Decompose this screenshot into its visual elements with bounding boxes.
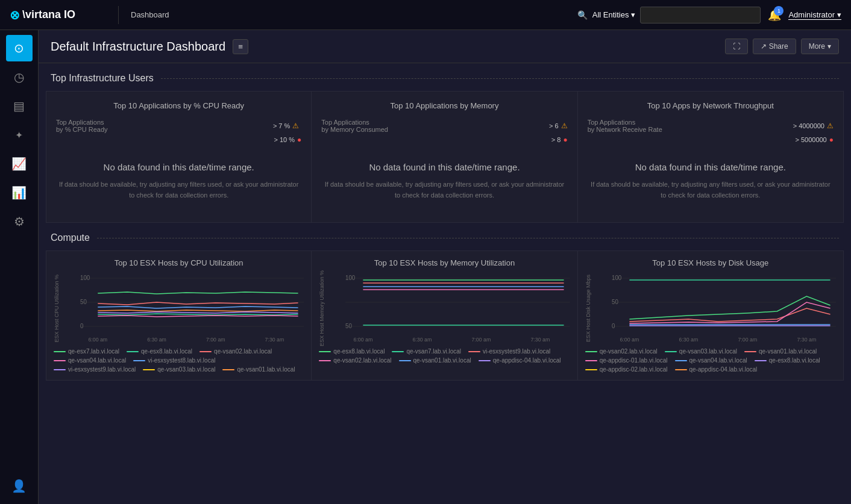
legend-label: qe-vsan02.lab.vi.local — [333, 357, 391, 364]
legend-item: vi-esxsystest8.lab.vi.local — [133, 357, 215, 364]
legend-item: qe-vsan03.lab.vi.local — [665, 348, 737, 355]
search-input[interactable] — [640, 7, 761, 23]
legend-color — [319, 351, 331, 352]
legend-item: qe-esx8.lab.vi.local — [755, 357, 820, 364]
logo-icon: ⊗ — [10, 8, 20, 22]
compute-charts: Top 10 ESX Hosts by CPU Utilization ESX … — [46, 250, 844, 381]
fullscreen-button[interactable]: ⛶ — [725, 39, 748, 54]
legend-color — [479, 360, 491, 361]
chevron-down-icon: ▾ — [631, 10, 635, 19]
legend-color — [54, 369, 66, 370]
dashboard-menu-button[interactable]: ≡ — [233, 39, 248, 54]
legend-color — [54, 360, 66, 361]
legend-color — [468, 351, 480, 352]
no-data-2: No data found in this date/time range. I… — [321, 162, 567, 201]
top-infra-title: Top Infrastructure Users — [51, 73, 154, 84]
legend-color — [585, 360, 597, 361]
svg-text:100: 100 — [345, 275, 356, 281]
legend-item: qe-esx8.lab.vi.local — [319, 348, 385, 355]
legend-color — [199, 351, 212, 352]
svg-text:7:00 am: 7:00 am — [738, 337, 757, 343]
svg-text:6:30 am: 6:30 am — [413, 337, 432, 343]
more-button[interactable]: More ▾ — [801, 39, 839, 54]
legend-color — [399, 360, 411, 361]
legend-color — [585, 369, 597, 370]
sidebar-item-analytics[interactable]: 📊 — [6, 179, 33, 206]
memory-card: Top 10 Applications by Memory Top Applic… — [312, 91, 577, 223]
legend-color — [744, 351, 756, 352]
sidebar-item-nodes[interactable]: ✦ — [6, 122, 33, 148]
no-data-sub-2: If data should be available, try adjusti… — [321, 179, 567, 201]
legend-item: qe-vsan01.lab.vi.local — [744, 348, 817, 355]
more-label: More — [809, 42, 825, 51]
no-data-3: No data found in this date/time range. I… — [588, 162, 834, 201]
legend-item: qe-appdisc-02.lab.vi.local — [585, 366, 668, 373]
no-data-sub-3: If data should be available, try adjusti… — [588, 179, 834, 201]
legend-label: qe-vsan01.lab.vi.local — [759, 348, 817, 355]
all-entities-dropdown[interactable]: All Entities ▾ — [592, 10, 636, 19]
threshold-row-2: Top Applications by Memory Consumed > 6 … — [321, 119, 567, 133]
legend-color — [319, 360, 331, 361]
legend-label: qe-appdisc-04.lab.vi.local — [689, 366, 758, 373]
sidebar-item-history[interactable]: ◷ — [6, 64, 33, 90]
legend-color — [755, 360, 767, 361]
legend-label: qe-vsan01.lab.vi.local — [413, 357, 471, 364]
notification-bell[interactable]: 🔔 1 — [768, 8, 781, 22]
threshold-label2: by % CPU Ready — [56, 126, 108, 133]
threshold-error-row-3: > 5000000 ● — [588, 135, 834, 144]
share-button[interactable]: ↗ Share — [753, 39, 796, 54]
memory-title: Top 10 Applications by Memory — [321, 101, 567, 110]
sidebar-item-chart[interactable]: 📈 — [6, 151, 33, 177]
legend-color — [585, 351, 597, 352]
cpu-ready-title: Top 10 Applications by % CPU Ready — [56, 101, 301, 110]
legend-label: qe-vsan04.lab.vi.local — [68, 357, 126, 364]
disk-chart-area: 100 50 0 — [612, 272, 836, 344]
sidebar-item-user[interactable]: 👤 — [6, 473, 33, 499]
legend-item: qe-vsan02.lab.vi.local — [319, 357, 391, 364]
legend-label: qe-esx8.lab.vi.local — [141, 348, 192, 355]
dashboard-icon: ⊙ — [14, 41, 24, 55]
mem-chart-legend: qe-esx8.lab.vi.local qe-vsan7.lab.vi.loc… — [319, 348, 570, 364]
legend-color — [675, 360, 687, 361]
mem-threshold-warn: > 6 — [549, 122, 559, 129]
net-warning-icon: ⚠ — [827, 122, 834, 130]
mem-threshold-label1: Top Applications — [321, 119, 388, 126]
legend-item: qe-vsan02.lab.vi.local — [585, 348, 658, 355]
sidebar-item-dashboard[interactable]: ⊙ — [6, 35, 33, 61]
share-icon: ↗ — [761, 42, 767, 51]
cpu-util-chart-card: Top 10 ESX Hosts by CPU Utilization ESX … — [46, 250, 312, 381]
sidebar-item-layers[interactable]: ▤ — [6, 93, 33, 119]
mem-threshold-error: > 8 — [551, 136, 561, 143]
legend-color — [54, 351, 66, 352]
main-content: Default Infrastructure Dashboard ≡ ⛶ ↗ S… — [39, 30, 851, 504]
legend-item: vi-esxsystest9.lab.vi.local — [54, 366, 136, 373]
svg-text:6:30 am: 6:30 am — [679, 337, 698, 343]
no-data-1: No data found in this date/time range. I… — [56, 162, 301, 201]
svg-text:0: 0 — [612, 323, 615, 329]
svg-text:7:00 am: 7:00 am — [472, 337, 491, 343]
legend-item: qe-appdisc-04.lab.vi.local — [479, 357, 561, 364]
admin-dropdown[interactable]: Administrator ▾ — [788, 10, 841, 20]
legend-label: qe-appdisc-01.lab.vi.local — [600, 357, 668, 364]
dashboard-title: Default Infrastructure Dashboard — [51, 40, 225, 54]
threshold-warn-value: > 7 % — [273, 122, 290, 129]
svg-text:6:00 am: 6:00 am — [620, 337, 639, 343]
legend-item: qe-appdisc-01.lab.vi.local — [585, 357, 668, 364]
disk-yaxis-label: ESX Host Disk Usage Mbps — [585, 275, 591, 342]
svg-text:6:00 am: 6:00 am — [88, 337, 107, 343]
legend-label: qe-vsan04.lab.vi.local — [689, 357, 747, 364]
logo: ⊗ \virtana IO — [10, 8, 106, 22]
svg-text:7:00 am: 7:00 am — [206, 337, 225, 343]
sidebar-item-settings[interactable]: ⚙ — [6, 208, 33, 235]
legend-item: qe-vsan02.lab.vi.local — [199, 348, 272, 355]
dashboard-actions: ⛶ ↗ Share More ▾ — [725, 39, 839, 54]
fullscreen-icon: ⛶ — [733, 42, 740, 51]
nodes-icon: ✦ — [15, 129, 23, 141]
svg-text:7:30 am: 7:30 am — [797, 337, 816, 343]
search-icon: 🔍 — [577, 10, 588, 20]
legend-label: qe-esx8.lab.vi.local — [333, 348, 385, 355]
svg-text:6:00 am: 6:00 am — [354, 337, 373, 343]
legend-label: qe-vsan02.lab.vi.local — [214, 348, 272, 355]
legend-label: qe-vsan03.lab.vi.local — [157, 366, 215, 373]
logo-text: \virtana IO — [22, 8, 75, 21]
